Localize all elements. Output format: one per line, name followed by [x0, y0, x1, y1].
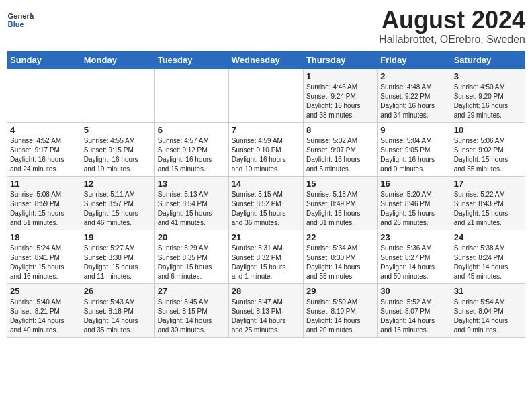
- day-info: Sunrise: 5:34 AM Sunset: 8:30 PM Dayligh…: [306, 244, 374, 281]
- day-number: 7: [232, 125, 300, 135]
- calendar-table: SundayMondayTuesdayWednesdayThursdayFrid…: [7, 51, 525, 338]
- title-area: August 2024 Hallabrottet, OErebro, Swede…: [379, 7, 525, 46]
- day-info: Sunrise: 5:18 AM Sunset: 8:49 PM Dayligh…: [306, 190, 374, 228]
- calendar-cell: 25Sunrise: 5:40 AM Sunset: 8:21 PM Dayli…: [7, 283, 81, 337]
- day-number: 5: [84, 125, 152, 135]
- day-number: 27: [158, 286, 226, 296]
- calendar-title: August 2024: [379, 7, 525, 34]
- day-info: Sunrise: 5:40 AM Sunset: 8:21 PM Dayligh…: [10, 298, 78, 335]
- calendar-week-3: 11Sunrise: 5:08 AM Sunset: 8:59 PM Dayli…: [7, 176, 525, 230]
- weekday-header-saturday: Saturday: [451, 51, 525, 68]
- day-number: 29: [306, 286, 374, 296]
- day-info: Sunrise: 5:54 AM Sunset: 8:04 PM Dayligh…: [454, 298, 522, 335]
- calendar-cell: 30Sunrise: 5:52 AM Sunset: 8:07 PM Dayli…: [378, 283, 451, 337]
- calendar-cell: 21Sunrise: 5:31 AM Sunset: 8:32 PM Dayli…: [228, 230, 303, 283]
- day-number: 26: [84, 286, 152, 296]
- day-number: 16: [380, 179, 447, 189]
- day-info: Sunrise: 5:06 AM Sunset: 9:02 PM Dayligh…: [454, 136, 522, 174]
- day-info: Sunrise: 4:59 AM Sunset: 9:10 PM Dayligh…: [232, 136, 300, 174]
- day-number: 25: [10, 286, 78, 296]
- day-number: 9: [380, 125, 447, 135]
- calendar-cell: 20Sunrise: 5:29 AM Sunset: 8:35 PM Dayli…: [154, 230, 228, 283]
- day-number: 24: [454, 232, 522, 242]
- calendar-cell: 31Sunrise: 5:54 AM Sunset: 8:04 PM Dayli…: [451, 283, 525, 337]
- day-info: Sunrise: 5:04 AM Sunset: 9:05 PM Dayligh…: [380, 136, 447, 174]
- calendar-cell: [81, 68, 154, 122]
- weekday-header-tuesday: Tuesday: [154, 51, 228, 68]
- day-info: Sunrise: 4:57 AM Sunset: 9:12 PM Dayligh…: [158, 136, 226, 174]
- day-info: Sunrise: 5:50 AM Sunset: 8:10 PM Dayligh…: [306, 298, 374, 335]
- calendar-cell: 6Sunrise: 4:57 AM Sunset: 9:12 PM Daylig…: [154, 122, 228, 176]
- day-number: 30: [380, 286, 447, 296]
- day-info: Sunrise: 5:43 AM Sunset: 8:18 PM Dayligh…: [84, 298, 152, 335]
- calendar-cell: [154, 68, 228, 122]
- day-info: Sunrise: 4:48 AM Sunset: 9:22 PM Dayligh…: [380, 83, 447, 120]
- day-info: Sunrise: 5:29 AM Sunset: 8:35 PM Dayligh…: [158, 244, 226, 281]
- calendar-cell: 16Sunrise: 5:20 AM Sunset: 8:46 PM Dayli…: [378, 176, 451, 230]
- weekday-header-sunday: Sunday: [7, 51, 81, 68]
- weekday-header-thursday: Thursday: [303, 51, 377, 68]
- calendar-cell: 17Sunrise: 5:22 AM Sunset: 8:43 PM Dayli…: [451, 176, 525, 230]
- calendar-cell: [228, 68, 303, 122]
- calendar-week-1: 1Sunrise: 4:46 AM Sunset: 9:24 PM Daylig…: [7, 68, 525, 122]
- calendar-cell: 29Sunrise: 5:50 AM Sunset: 8:10 PM Dayli…: [303, 283, 377, 337]
- day-info: Sunrise: 5:24 AM Sunset: 8:41 PM Dayligh…: [10, 244, 78, 281]
- day-info: Sunrise: 4:50 AM Sunset: 9:20 PM Dayligh…: [454, 83, 522, 120]
- calendar-cell: 9Sunrise: 5:04 AM Sunset: 9:05 PM Daylig…: [378, 122, 451, 176]
- day-info: Sunrise: 4:52 AM Sunset: 9:17 PM Dayligh…: [10, 136, 78, 174]
- day-info: Sunrise: 5:02 AM Sunset: 9:07 PM Dayligh…: [306, 136, 374, 174]
- day-number: 31: [454, 286, 522, 296]
- day-number: 11: [10, 179, 78, 189]
- day-number: 4: [10, 125, 78, 135]
- day-info: Sunrise: 5:36 AM Sunset: 8:27 PM Dayligh…: [380, 244, 447, 281]
- weekday-header-row: SundayMondayTuesdayWednesdayThursdayFrid…: [7, 51, 525, 68]
- calendar-subtitle: Hallabrottet, OErebro, Sweden: [379, 34, 525, 46]
- calendar-cell: 5Sunrise: 4:55 AM Sunset: 9:15 PM Daylig…: [81, 122, 154, 176]
- calendar-cell: 23Sunrise: 5:36 AM Sunset: 8:27 PM Dayli…: [378, 230, 451, 283]
- weekday-header-wednesday: Wednesday: [228, 51, 303, 68]
- day-info: Sunrise: 5:47 AM Sunset: 8:13 PM Dayligh…: [232, 298, 300, 335]
- day-number: 1: [306, 71, 374, 81]
- svg-text:General: General: [8, 12, 34, 20]
- weekday-header-friday: Friday: [378, 51, 451, 68]
- day-number: 12: [84, 179, 152, 189]
- header: General Blue August 2024 Hallabrottet, O…: [7, 7, 525, 46]
- day-info: Sunrise: 5:20 AM Sunset: 8:46 PM Dayligh…: [380, 190, 447, 228]
- day-info: Sunrise: 5:08 AM Sunset: 8:59 PM Dayligh…: [10, 190, 78, 228]
- day-number: 10: [454, 125, 522, 135]
- day-info: Sunrise: 5:45 AM Sunset: 8:15 PM Dayligh…: [158, 298, 226, 335]
- day-info: Sunrise: 5:27 AM Sunset: 8:38 PM Dayligh…: [84, 244, 152, 281]
- svg-text:Blue: Blue: [8, 20, 24, 28]
- calendar-cell: 22Sunrise: 5:34 AM Sunset: 8:30 PM Dayli…: [303, 230, 377, 283]
- calendar-cell: 7Sunrise: 4:59 AM Sunset: 9:10 PM Daylig…: [228, 122, 303, 176]
- day-number: 8: [306, 125, 374, 135]
- day-number: 19: [84, 232, 152, 242]
- day-info: Sunrise: 5:11 AM Sunset: 8:57 PM Dayligh…: [84, 190, 152, 228]
- calendar-cell: 4Sunrise: 4:52 AM Sunset: 9:17 PM Daylig…: [7, 122, 81, 176]
- calendar-cell: 28Sunrise: 5:47 AM Sunset: 8:13 PM Dayli…: [228, 283, 303, 337]
- day-info: Sunrise: 5:31 AM Sunset: 8:32 PM Dayligh…: [232, 244, 300, 281]
- day-info: Sunrise: 4:46 AM Sunset: 9:24 PM Dayligh…: [306, 83, 374, 120]
- day-number: 2: [380, 71, 447, 81]
- day-info: Sunrise: 5:38 AM Sunset: 8:24 PM Dayligh…: [454, 244, 522, 281]
- day-number: 28: [232, 286, 300, 296]
- day-number: 15: [306, 179, 374, 189]
- day-number: 3: [454, 71, 522, 81]
- calendar-cell: 14Sunrise: 5:15 AM Sunset: 8:52 PM Dayli…: [228, 176, 303, 230]
- calendar-week-5: 25Sunrise: 5:40 AM Sunset: 8:21 PM Dayli…: [7, 283, 525, 337]
- day-number: 14: [232, 179, 300, 189]
- day-info: Sunrise: 5:13 AM Sunset: 8:54 PM Dayligh…: [158, 190, 226, 228]
- day-number: 13: [158, 179, 226, 189]
- weekday-header-monday: Monday: [81, 51, 154, 68]
- logo: General Blue: [7, 7, 36, 34]
- calendar-cell: 3Sunrise: 4:50 AM Sunset: 9:20 PM Daylig…: [451, 68, 525, 122]
- calendar-cell: 2Sunrise: 4:48 AM Sunset: 9:22 PM Daylig…: [378, 68, 451, 122]
- calendar-cell: 26Sunrise: 5:43 AM Sunset: 8:18 PM Dayli…: [81, 283, 154, 337]
- day-number: 23: [380, 232, 447, 242]
- day-number: 20: [158, 232, 226, 242]
- day-number: 22: [306, 232, 374, 242]
- calendar-cell: 19Sunrise: 5:27 AM Sunset: 8:38 PM Dayli…: [81, 230, 154, 283]
- calendar-cell: 18Sunrise: 5:24 AM Sunset: 8:41 PM Dayli…: [7, 230, 81, 283]
- day-number: 6: [158, 125, 226, 135]
- calendar-week-2: 4Sunrise: 4:52 AM Sunset: 9:17 PM Daylig…: [7, 122, 525, 176]
